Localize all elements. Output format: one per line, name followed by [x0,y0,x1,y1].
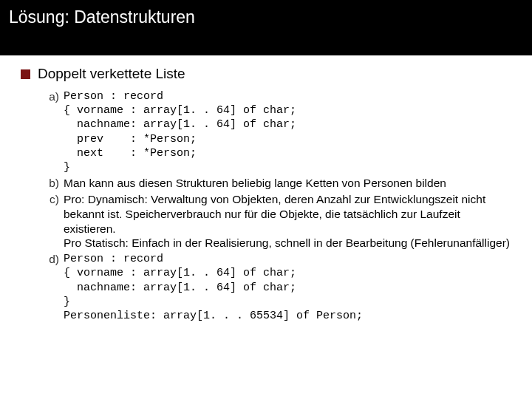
item-label: d) [46,252,64,323]
item-content: Person : record { vorname : array[1. . 6… [64,89,511,174]
list-item: d)Person : record { vorname : array[1. .… [46,252,511,323]
item-label: a) [46,89,64,174]
list-item: a)Person : record { vorname : array[1. .… [46,89,511,174]
slide-title: Lösung: Datenstrukturen [9,7,523,27]
item-label: b) [46,176,64,191]
slide-body: Doppelt verkettete Liste a)Person : reco… [0,55,532,323]
bullet-row: Doppelt verkettete Liste [21,66,511,82]
list-item: c)Pro: Dynamisch: Verwaltung von Objekte… [46,192,511,250]
bullet-text: Doppelt verkettete Liste [38,66,185,82]
items-list: a)Person : record { vorname : array[1. .… [46,89,511,323]
item-content: Pro: Dynamisch: Verwaltung von Objekten,… [64,192,511,250]
list-item: b)Man kann aus diesen Strukturen beliebi… [46,176,511,191]
item-label: c) [46,192,64,250]
square-bullet-icon [21,69,30,79]
item-content: Man kann aus diesen Strukturen beliebig … [64,176,511,191]
slide-header: Lösung: Datenstrukturen [0,0,532,55]
item-content: Person : record { vorname : array[1. . 6… [64,252,511,323]
